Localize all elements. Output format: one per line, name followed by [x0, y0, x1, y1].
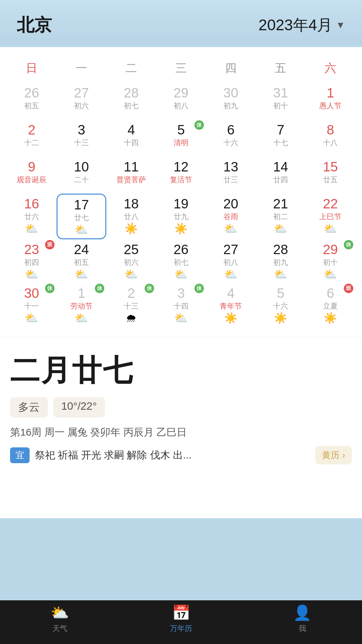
weekday-header: 日 一 二 三 四 五 六: [7, 57, 355, 79]
day-may4[interactable]: 4 青年节 ☀️: [206, 283, 256, 327]
profile-icon: 👤: [293, 604, 312, 621]
weekday-sun: 日: [7, 57, 57, 79]
day-apr7[interactable]: 7 十七: [256, 120, 305, 157]
day-apr27[interactable]: 27 初八 ⛅: [206, 239, 256, 283]
divider: [0, 337, 362, 337]
nav-calendar[interactable]: 📅 万年历: [170, 604, 192, 634]
day-apr2[interactable]: 2 十二: [7, 120, 57, 157]
day-apr17[interactable]: 17 廿七 ⛅: [57, 194, 106, 239]
month-selector[interactable]: 2023年4月 ▼: [258, 15, 345, 36]
day-mar29[interactable]: 29 初八: [156, 83, 206, 120]
workday-badge-may6: 班: [344, 284, 353, 293]
day-apr14[interactable]: 14 廿四: [256, 157, 305, 194]
holiday-badge-may3: 休: [194, 284, 204, 293]
calendar-container: 日 一 二 三 四 五 六 26 初五 27 初六 28 初七 29: [0, 47, 362, 333]
day-may6[interactable]: 班 6 立夏 ☀️: [305, 283, 355, 327]
city-label: 北京: [17, 13, 52, 37]
yi-items: 祭祀 祈福 开光 求嗣 解除 伐木 出...: [35, 448, 310, 462]
day-apr21[interactable]: 21 初二 ⛅: [256, 194, 305, 239]
day-apr5[interactable]: 休 5 清明: [156, 120, 206, 157]
day-mar27[interactable]: 27 初六: [57, 83, 106, 120]
day-may2[interactable]: 休 2 十三 🌧: [106, 283, 156, 327]
day-apr9[interactable]: 9 观音诞辰: [7, 157, 57, 194]
holiday-badge: 休: [194, 120, 204, 130]
day-apr24[interactable]: 24 初五 ⛅: [57, 239, 106, 283]
yi-badge: 宜: [10, 447, 30, 463]
nav-profile-label: 我: [299, 623, 306, 634]
day-apr19[interactable]: 19 廿九 ☀️: [156, 194, 206, 239]
weather-condition-tag: 多云: [10, 397, 48, 417]
day-apr26[interactable]: 26 初七 ⛅: [156, 239, 206, 283]
day-apr30[interactable]: 休 30 十一 ⛅: [7, 283, 57, 327]
weather-icon: ⛅: [50, 604, 69, 621]
day-apr13[interactable]: 13 廿三: [206, 157, 256, 194]
calendar-row-3: 9 观音诞辰 10 二十 11 普贤菩萨 12 复活节 13 廿三 14 廿四: [7, 157, 355, 194]
calendar-row-4: 16 廿六 ⛅ 17 廿七 ⛅ 18 廿八 ☀️ 19 廿九 ☀️ 20 谷雨: [7, 194, 355, 239]
day-may1[interactable]: 休 1 劳动节 ⛅: [57, 283, 106, 327]
calendar-row-6: 休 30 十一 ⛅ 休 1 劳动节 ⛅ 休 2 十三 🌧 休 3 十四 ⛅: [7, 283, 355, 327]
weekday-sat: 六: [305, 57, 355, 79]
day-mar31[interactable]: 31 初十: [256, 83, 305, 120]
day-apr25[interactable]: 25 初六 ⛅: [106, 239, 156, 283]
day-apr28[interactable]: 28 初九 ⛅: [256, 239, 305, 283]
holiday-badge-29: 休: [344, 240, 353, 249]
day-apr18[interactable]: 18 廿八 ☀️: [106, 194, 156, 239]
nav-calendar-label: 万年历: [170, 623, 192, 634]
day-apr16[interactable]: 16 廿六 ⛅: [7, 194, 57, 239]
day-mar26[interactable]: 26 初五: [7, 83, 57, 120]
nav-weather-label: 天气: [52, 623, 67, 634]
weather-tags: 多云 10°/22°: [10, 397, 352, 417]
day-apr8[interactable]: 8 十八: [305, 120, 355, 157]
holiday-badge-may1: 休: [95, 284, 104, 293]
weekday-tue: 二: [106, 57, 156, 79]
day-apr3[interactable]: 3 十三: [57, 120, 106, 157]
month-display: 2023年4月: [258, 15, 332, 36]
weekday-fri: 五: [256, 57, 305, 79]
lunar-big-title: 二月廿七: [10, 351, 352, 391]
day-apr23[interactable]: 班 23 初四 ⛅: [7, 239, 57, 283]
holiday-badge-may2: 休: [145, 284, 154, 293]
day-may5[interactable]: 5 十六 ☀️: [256, 283, 305, 327]
day-mar28[interactable]: 28 初七: [106, 83, 156, 120]
holiday-badge-30: 休: [45, 284, 55, 293]
dropdown-arrow-icon: ▼: [336, 20, 345, 31]
day-apr10[interactable]: 10 二十: [57, 157, 106, 194]
weather-temp-tag: 10°/22°: [53, 397, 105, 417]
huangli-label: 黄历: [322, 449, 339, 461]
day-apr15[interactable]: 15 廿五: [305, 157, 355, 194]
calendar-info-line: 第16周 周一 属兔 癸卯年 丙辰月 乙巳日: [0, 426, 362, 439]
day-may3[interactable]: 休 3 十四 ⛅: [156, 283, 206, 327]
yi-section: 宜 祭祀 祈福 开光 求嗣 解除 伐木 出... 黄历 ›: [0, 446, 362, 471]
bottom-nav: ⛅ 天气 📅 万年历 👤 我: [0, 600, 362, 644]
app-header: 北京 2023年4月 ▼: [0, 0, 362, 44]
huangli-button[interactable]: 黄历 ›: [315, 446, 352, 465]
calendar-icon: 📅: [172, 604, 190, 621]
calendar-row-5: 班 23 初四 ⛅ 24 初五 ⛅ 25 初六 ⛅ 26 初七 ⛅ 27: [7, 239, 355, 283]
weekday-mon: 一: [57, 57, 106, 79]
weekday-wed: 三: [156, 57, 206, 79]
calendar-row-2: 2 十二 3 十三 4 十四 休 5 清明 6 十六 7 十七: [7, 120, 355, 157]
workday-badge: 班: [45, 240, 55, 249]
day-apr20[interactable]: 20 谷雨 ⛅: [206, 194, 256, 239]
day-apr11[interactable]: 11 普贤菩萨: [106, 157, 156, 194]
day-apr29[interactable]: 休 29 初十 ⛅: [305, 239, 355, 283]
day-apr4[interactable]: 4 十四: [106, 120, 156, 157]
day-apr1[interactable]: 1 愚人节: [305, 83, 355, 120]
day-apr22[interactable]: 22 上巳节 ⛅: [305, 194, 355, 239]
day-apr6[interactable]: 6 十六: [206, 120, 256, 157]
huangli-arrow-icon: ›: [342, 450, 345, 460]
lunar-title-section: 二月廿七 多云 10°/22°: [0, 340, 362, 417]
nav-weather[interactable]: ⛅ 天气: [50, 604, 69, 634]
weekday-thu: 四: [206, 57, 256, 79]
day-mar30[interactable]: 30 初九: [206, 83, 256, 120]
calendar-row-1: 26 初五 27 初六 28 初七 29 初八 30 初九 31 初十: [7, 83, 355, 120]
nav-profile[interactable]: 👤 我: [293, 604, 312, 634]
day-apr12[interactable]: 12 复活节: [156, 157, 206, 194]
